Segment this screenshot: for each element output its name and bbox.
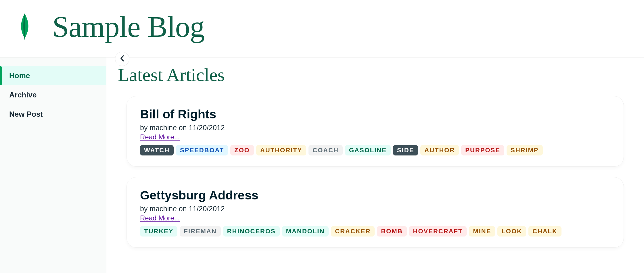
sidebar-item-new-post[interactable]: New Post	[0, 105, 106, 124]
tag-badge[interactable]: CRACKER	[331, 226, 375, 237]
tag-badge[interactable]: HOVERCRAFT	[409, 226, 467, 237]
tag-badge[interactable]: WATCH	[140, 145, 174, 155]
tag-badge[interactable]: AUTHORITY	[256, 145, 306, 155]
tag-badge[interactable]: TURKEY	[140, 226, 177, 237]
sidebar-collapse-button[interactable]	[115, 52, 129, 66]
sidebar-item-home[interactable]: Home	[0, 66, 106, 85]
chevron-left-icon	[119, 55, 125, 63]
tag-badge[interactable]: SPEEDBOAT	[176, 145, 228, 155]
tag-list: WATCHSPEEDBOATZOOAUTHORITYCOACHGASOLINES…	[140, 145, 610, 155]
tag-badge[interactable]: SIDE	[393, 145, 418, 155]
tag-badge[interactable]: CHALK	[528, 226, 561, 237]
tag-badge[interactable]: SHRIMP	[507, 145, 543, 155]
post-title: Gettysburg Address	[140, 188, 610, 202]
tag-badge[interactable]: GASOLINE	[345, 145, 391, 155]
tag-badge[interactable]: RHINOCEROS	[223, 226, 280, 237]
site-title: Sample Blog	[52, 9, 204, 44]
sidebar-item-archive[interactable]: Archive	[0, 85, 106, 105]
tag-badge[interactable]: BOMB	[377, 226, 407, 237]
site-header: Sample Blog	[0, 0, 644, 57]
tag-badge[interactable]: MINE	[469, 226, 495, 237]
read-more-link[interactable]: Read More...	[140, 214, 180, 222]
tag-badge[interactable]: ZOO	[230, 145, 254, 155]
tag-list: TURKEYFIREMANRHINOCEROSMANDOLINCRACKERBO…	[140, 226, 610, 237]
leaf-logo-icon	[17, 9, 32, 44]
post-title: Bill of Rights	[140, 107, 610, 121]
post-card: Bill of Rightsby machine on 11/20/2012Re…	[126, 96, 624, 167]
post-byline: by machine on 11/20/2012	[140, 205, 610, 213]
tag-badge[interactable]: COACH	[308, 145, 343, 155]
page-title: Latest Articles	[118, 64, 632, 86]
main-content: Latest Articles Bill of Rightsby machine…	[106, 57, 644, 273]
tag-badge[interactable]: FIREMAN	[180, 226, 221, 237]
tag-badge[interactable]: MANDOLIN	[282, 226, 329, 237]
post-byline: by machine on 11/20/2012	[140, 124, 610, 132]
tag-badge[interactable]: LOOK	[497, 226, 526, 237]
sidebar-nav: HomeArchiveNew Post	[0, 57, 106, 273]
post-card: Gettysburg Addressby machine on 11/20/20…	[126, 177, 624, 248]
read-more-link[interactable]: Read More...	[140, 133, 180, 141]
tag-badge[interactable]: PURPOSE	[461, 145, 504, 155]
tag-badge[interactable]: AUTHOR	[420, 145, 459, 155]
